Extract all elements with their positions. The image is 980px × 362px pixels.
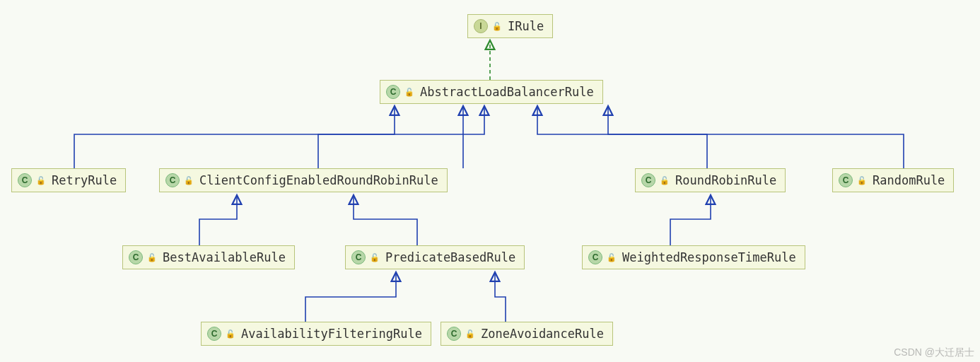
lock-icon: 🔓 [492, 22, 502, 31]
class-icon: C [18, 173, 32, 187]
lock-icon: 🔓 [36, 176, 46, 185]
node-bestavail: C 🔓 BestAvailableRule [122, 245, 295, 269]
node-label: RetryRule [52, 173, 117, 187]
class-icon: C [165, 173, 180, 187]
node-label: BestAvailableRule [163, 250, 286, 264]
lock-icon: 🔓 [660, 176, 670, 185]
class-icon: C [447, 327, 461, 341]
class-icon: C [386, 85, 400, 99]
class-icon: C [351, 250, 366, 264]
lock-icon: 🔓 [857, 176, 867, 185]
node-label: RandomRule [873, 173, 945, 187]
node-predicate: C 🔓 PredicateBasedRule [345, 245, 525, 269]
node-label: AbstractLoadBalancerRule [420, 85, 594, 99]
node-label: WeightedResponseTimeRule [622, 250, 796, 264]
watermark-text: CSDN @大迁居士 [894, 346, 974, 359]
node-retry: C 🔓 RetryRule [11, 168, 126, 192]
lock-icon: 🔓 [147, 253, 157, 262]
interface-icon: I [474, 19, 488, 33]
lock-icon: 🔓 [404, 88, 414, 97]
class-icon: C [641, 173, 655, 187]
node-weighted: C 🔓 WeightedResponseTimeRule [582, 245, 805, 269]
node-irule: I 🔓 IRule [467, 14, 553, 38]
lock-icon: 🔓 [184, 176, 194, 185]
node-availfilt: C 🔓 AvailabilityFilteringRule [201, 322, 431, 346]
node-label: PredicateBasedRule [385, 250, 515, 264]
node-zoneavoid: C 🔓 ZoneAvoidanceRule [441, 322, 613, 346]
lock-icon: 🔓 [226, 329, 235, 339]
node-label: RoundRobinRule [675, 173, 776, 187]
node-label: IRule [508, 19, 544, 33]
class-icon: C [839, 173, 853, 187]
node-roundrobin: C 🔓 RoundRobinRule [635, 168, 786, 192]
node-label: ClientConfigEnabledRoundRobinRule [199, 173, 438, 187]
node-label: ZoneAvoidanceRule [481, 327, 604, 341]
node-label: AvailabilityFilteringRule [241, 327, 422, 341]
node-clientcfg: C 🔓 ClientConfigEnabledRoundRobinRule [159, 168, 448, 192]
class-icon: C [207, 327, 221, 341]
node-abstract: C 🔓 AbstractLoadBalancerRule [380, 80, 603, 104]
class-icon: C [129, 250, 143, 264]
node-random: C 🔓 RandomRule [832, 168, 954, 192]
lock-icon: 🔓 [607, 253, 617, 262]
class-icon: C [588, 250, 602, 264]
lock-icon: 🔓 [370, 253, 380, 262]
lock-icon: 🔓 [465, 329, 475, 339]
